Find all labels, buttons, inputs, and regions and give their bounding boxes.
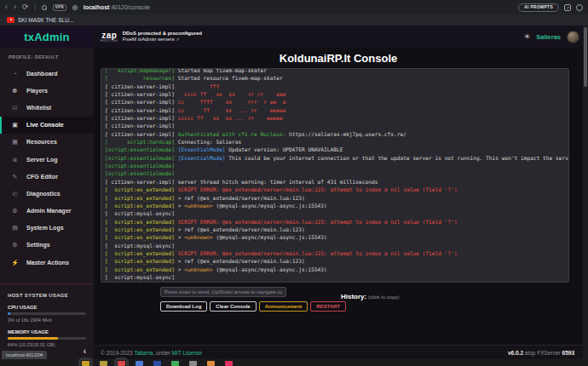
sidebar-item-players[interactable]: ⚉Players <box>0 82 94 99</box>
sidebar-collapse-icon[interactable]: ‹ <box>84 347 86 356</box>
sidebar-menu: ◔Dashboard⚉Players☑Whitelist▣Live Consol… <box>0 65 94 271</box>
system-logs-icon: ▤ <box>11 225 19 231</box>
settings-icon: ⚙ <box>11 242 19 248</box>
zap-logo-text: zap <box>101 31 117 40</box>
sidebar-item-system-logs[interactable]: ▤System Logs <box>0 220 94 237</box>
theme-toggle-icon[interactable]: ☀ <box>523 33 530 41</box>
history-hint: (click to copy) <box>366 295 399 300</box>
console-line: [ script:es_extended] > <unknown> (@mysq… <box>105 233 568 241</box>
profile-icon[interactable] <box>576 4 583 11</box>
sidebar-item-label: Resources <box>26 139 57 145</box>
address-bar[interactable]: localhost:40120/console <box>84 4 150 10</box>
extension-icon[interactable]: ↗ <box>564 4 571 11</box>
download-log-button[interactable]: Download Log <box>160 301 207 312</box>
footer-author-link[interactable]: Tabarra <box>134 350 153 356</box>
console-segment: SCRIPT ERROR: @es_extended/server/main.l… <box>178 186 458 192</box>
console-line: [script:essentialmode] [EssentialMode] U… <box>105 146 568 153</box>
vpn-badge[interactable]: VPN <box>53 4 66 11</box>
clear-console-button[interactable]: Clear Console <box>210 301 256 312</box>
sidebar-item-label: Diagnostics <box>26 191 61 197</box>
browser-extensions-area: AI PROMPTS ↗ <box>518 3 583 12</box>
external-link-icon: ↗ <box>176 37 179 42</box>
forward-icon[interactable]: › <box>14 3 16 11</box>
console-segment: <unknown> <box>184 203 213 209</box>
footer-license-link[interactable]: MIT License <box>171 350 201 356</box>
console-segment: [ script:hardcap] <box>105 139 175 145</box>
console-input[interactable] <box>160 287 286 297</box>
sidebar-item-live-console[interactable]: ▣Live Console <box>0 117 94 134</box>
console-output[interactable]: [ script:mapmanager] Started map fivem-m… <box>101 68 569 283</box>
console-segment: [ resources] <box>105 75 175 81</box>
avatar[interactable] <box>567 31 579 43</box>
memory-usage-text: 64% (10.23/15.91 GB) <box>8 342 86 347</box>
whitelist-icon: ☑ <box>11 105 19 111</box>
console-segment: cc ffff xx rrr r ee e <box>175 99 285 105</box>
console-segment: [ script:es_extended] <box>105 195 175 201</box>
taskbar-icon[interactable] <box>135 361 143 366</box>
reload-icon[interactable]: ⟳ <box>22 3 29 11</box>
console-line: [ script:es_extended] > ref (@es_extende… <box>105 194 568 202</box>
console-segment: server thread hitch warning: timer inter… <box>175 179 378 185</box>
scrollbar-thumb[interactable] <box>584 27 587 87</box>
sidebar-item-cfg-editor[interactable]: ✎CFG Editor <box>0 168 94 185</box>
sidebar-item-diagnostics[interactable]: ◴Diagnostics <box>0 185 94 202</box>
cpu-usage-bar <box>8 312 86 315</box>
console-segment: [ script:mysql-async] <box>105 210 175 216</box>
zap-hosting-ad[interactable]: zap HOSTING DDoS protected & preconfigur… <box>101 31 202 43</box>
console-segment: [ script:es_extended] <box>105 203 175 209</box>
cpu-usage-label: CPU USAGE <box>8 305 86 310</box>
console-line: [ script:es_extended] SCRIPT ERROR: @es_… <box>105 218 568 226</box>
console-line: [ citizen-server-impl] ccccc ff xx xx ..… <box>105 114 568 122</box>
taskbar-icon[interactable] <box>100 361 107 366</box>
sidebar-item-server-log[interactable]: ≣Server Log <box>0 151 94 168</box>
zap-ad-line2: FiveM txAdmin servers ↗ <box>123 37 202 43</box>
master-actions-icon: ⚡ <box>11 260 19 266</box>
username[interactable]: Salieras <box>536 33 561 41</box>
ai-prompts-button[interactable]: AI PROMPTS <box>518 3 559 12</box>
taskbar-icon[interactable] <box>189 361 197 366</box>
taskbar-icon[interactable] <box>225 361 233 366</box>
sidebar-item-whitelist[interactable]: ☑Whitelist <box>0 99 94 116</box>
console-line: [ citizen-server-impl] fff <box>105 83 568 90</box>
console-segment: [ script:mysql-async] <box>105 243 175 249</box>
taskbar-icon[interactable] <box>153 361 161 366</box>
screen: ‹ › ⟳ VPN localhost:40120/console AI PRO… <box>0 0 588 366</box>
zap-logo: zap HOSTING <box>101 31 118 43</box>
console-line: [ script:es_extended] > <unknown> (@mysq… <box>105 202 568 209</box>
taskbar-icon[interactable] <box>82 361 89 366</box>
console-line: [ script:es_extended] > ref (@es_extende… <box>105 257 568 265</box>
console-line: [script:essentialmode] <box>105 169 568 177</box>
zap-logo-subtext: HOSTING <box>101 40 118 43</box>
bookmark-item[interactable]: SKI MASK THE SLU... <box>18 17 73 23</box>
back-icon[interactable]: ‹ <box>5 3 8 11</box>
restart-button[interactable]: RESTART <box>310 301 346 312</box>
console-segment: [ citizen-server-impl] <box>105 115 175 121</box>
sidebar-item-label: CFG Editor <box>26 174 58 180</box>
console-segment: (@mysql-async/mysql-async.js:15543) <box>213 266 327 272</box>
console-segment: > ref (@es_extended/server/main.lua:123) <box>175 258 305 264</box>
taskbar-icon[interactable] <box>207 361 215 366</box>
console-segment: Started map fivem-map-skater <box>175 68 267 73</box>
sidebar-item-settings[interactable]: ⚙Settings <box>0 237 94 254</box>
taskbar-icon[interactable] <box>118 361 125 366</box>
console-segment: [script:essentialmode] <box>105 163 175 169</box>
sidebar-item-admin-manager[interactable]: ⚙Admin Manager <box>0 203 94 220</box>
sidebar-item-master-actions[interactable]: ⚡Master Actions <box>0 254 94 271</box>
sidebar-item-resources[interactable]: ▦Resources <box>0 134 94 151</box>
announcement-button[interactable]: Announcement <box>259 301 308 312</box>
taskbar-icon[interactable] <box>171 361 179 366</box>
console-segment: Updater version: UPDATER UNAVAILABLE <box>226 146 343 152</box>
search-icon[interactable] <box>42 5 47 10</box>
shield-icon[interactable] <box>72 5 78 10</box>
sidebar-item-dashboard[interactable]: ◔Dashboard <box>0 65 94 82</box>
console-segment: [ citizen-server-impl] <box>105 99 175 105</box>
txadmin-logo[interactable]: txAdmin <box>24 31 69 43</box>
console-segment: cccc ff xx xx rr rr eee <box>175 91 285 97</box>
usage-title: HOST SYSTEM USAGE <box>8 293 86 298</box>
history-section[interactable]: History: (click to copy) <box>341 287 400 302</box>
page-scrollbar[interactable] <box>583 26 588 359</box>
console-segment: [ script:es_extended] <box>105 186 175 192</box>
console-line: [ script:es_extended] > <unknown> (@mysq… <box>105 266 568 273</box>
console-lines: [ script:mapmanager] Started map fivem-m… <box>101 68 568 281</box>
footer: © 2019-2023 Tabarra, under MIT License v… <box>94 345 583 359</box>
